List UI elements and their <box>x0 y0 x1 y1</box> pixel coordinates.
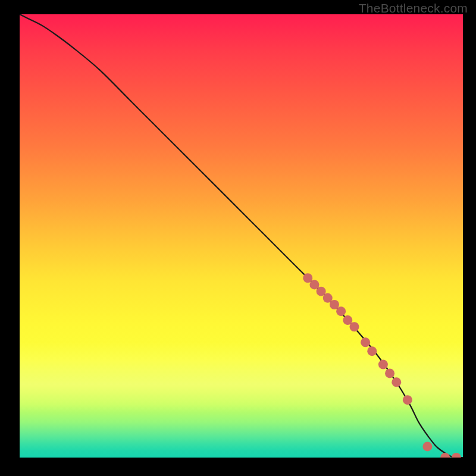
dot <box>336 306 346 316</box>
dot <box>367 346 377 356</box>
plot-area <box>20 14 463 458</box>
curve-layer <box>20 14 463 458</box>
watermark-text: TheBottleneck.com <box>359 1 468 15</box>
dot <box>403 395 412 405</box>
dot <box>392 377 401 387</box>
dot <box>361 337 370 347</box>
highlighted-dots <box>303 273 461 458</box>
dot <box>440 453 450 458</box>
dot <box>378 360 388 369</box>
dot <box>385 368 394 378</box>
dot <box>422 441 432 451</box>
bottleneck-curve <box>20 14 463 458</box>
dot <box>349 322 359 331</box>
chart-frame: TheBottleneck.com <box>0 0 476 476</box>
dot <box>452 453 461 458</box>
